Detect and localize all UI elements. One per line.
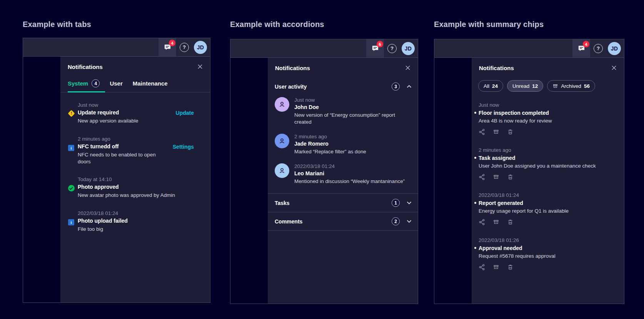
notification-list: ! Just now Update required New app versi…: [60, 92, 210, 233]
share-icon: [479, 174, 485, 180]
help-button[interactable]: ?: [384, 39, 400, 57]
tab-maintenance[interactable]: Maintenance: [133, 76, 178, 92]
tab-bar: System 4 User Maintenance: [60, 74, 210, 92]
accordion-header-tasks[interactable]: Tasks 1: [268, 194, 418, 212]
avatar[interactable]: JD: [194, 41, 207, 54]
archive-icon: [552, 83, 558, 89]
user-avatar-icon: [275, 97, 289, 112]
notification-time: 2022/03/18 01:24: [78, 210, 194, 216]
accordion-count-badge: 1: [392, 199, 400, 207]
accordion-header-user-activity[interactable]: User activity 3: [268, 77, 418, 96]
notification-count-badge: 4: [169, 40, 175, 46]
close-button[interactable]: [403, 63, 412, 72]
activity-item: Just now John Doe New version of “Energy…: [275, 97, 412, 126]
panel-title: Notifications: [68, 64, 103, 70]
notification-title: Photo upload failed: [78, 218, 194, 224]
share-button[interactable]: [479, 219, 485, 225]
notification-description: NFC needs to be enabled to open doors: [78, 151, 168, 165]
notification-time: 2 minutes ago: [479, 147, 618, 153]
item-actions: [479, 129, 618, 135]
delete-button[interactable]: [507, 174, 514, 180]
tab-system[interactable]: System 4: [68, 76, 110, 92]
archive-button[interactable]: [493, 174, 499, 180]
notification-item: Just now Floor inspection completed Area…: [479, 102, 618, 135]
notification-time: Just now: [78, 102, 194, 108]
notification-description: Area 4B is now ready for review: [479, 118, 618, 124]
help-button[interactable]: ?: [176, 38, 192, 56]
tab-user[interactable]: User: [110, 76, 132, 92]
app-topbar: 4 ? JD: [434, 39, 624, 58]
notification-item: i 2 minutes ago NFC turnedd off NFC need…: [68, 136, 194, 165]
app-topbar: 4 ? JD: [23, 38, 210, 57]
notifications-panel: Notifications User activity 3: [268, 58, 418, 304]
notifications-chat-button[interactable]: 6: [366, 39, 384, 57]
notification-description: New avatar photo was approved by Admin: [78, 192, 194, 199]
notifications-chat-button[interactable]: 4: [572, 39, 590, 57]
example-heading-chips: Example with summary chips: [434, 20, 544, 29]
delete-button[interactable]: [507, 264, 514, 270]
archive-icon: [493, 264, 499, 270]
user-avatar-icon: [275, 163, 289, 178]
app-topbar: 6 ? JD: [230, 39, 418, 58]
share-icon: [479, 129, 485, 135]
archive-button[interactable]: [493, 264, 499, 270]
close-button[interactable]: [195, 62, 205, 71]
notification-item: 2022/03/18 01:26 Approval needed Request…: [479, 237, 618, 270]
trash-icon: [507, 219, 514, 225]
activity-description: New version of “Energy consumption” repo…: [294, 112, 412, 126]
notification-time: 2022/03/18 01:26: [479, 237, 618, 243]
archive-icon: [493, 129, 499, 135]
share-button[interactable]: [479, 174, 485, 180]
chip-count: 56: [584, 83, 590, 89]
notifications-chat-button[interactable]: 4: [158, 38, 176, 56]
chevron-down-icon: [407, 220, 412, 223]
delete-button[interactable]: [507, 219, 514, 225]
activity-item: 2 minutes ago Jade Romero Marked “Replac…: [275, 134, 412, 155]
user-avatar-icon: [275, 134, 289, 148]
notifications-panel: Notifications All 24 Unread 12: [472, 58, 624, 304]
archive-icon: [493, 219, 499, 225]
activity-user-name: Leo Mariani: [294, 170, 412, 176]
chip-unread[interactable]: Unread 12: [507, 80, 543, 92]
share-button[interactable]: [479, 129, 485, 135]
accordion-section-comments: Comments 2: [268, 212, 418, 231]
notification-time: 2 minutes ago: [78, 136, 194, 142]
chip-label: All: [484, 83, 489, 89]
item-actions: [479, 174, 618, 180]
close-button[interactable]: [609, 63, 619, 72]
accordion-section-tasks: Tasks 1: [268, 193, 418, 212]
activity-description: Mentioned in discussion “Weekly mantanin…: [294, 178, 412, 185]
notification-description: Request #5678 requires approval: [479, 253, 618, 259]
help-icon: ?: [180, 43, 189, 52]
chip-all[interactable]: All 24: [478, 80, 503, 92]
activity-time: Just now: [294, 97, 412, 103]
delete-button[interactable]: [507, 129, 514, 135]
accordion-header-comments[interactable]: Comments 2: [268, 212, 418, 230]
notification-title: Update required: [78, 109, 171, 116]
help-button[interactable]: ?: [590, 39, 606, 57]
notification-title: NFC turnedd off: [78, 143, 168, 149]
accordion-label: Comments: [275, 218, 392, 225]
chevron-up-icon: [407, 85, 412, 88]
close-icon: [197, 64, 203, 69]
notifications-panel: Notifications System 4 User: [60, 57, 210, 302]
avatar[interactable]: JD: [608, 42, 621, 55]
notification-title: Photo approved: [78, 184, 194, 190]
example-heading-accordions: Example with accordions: [230, 20, 324, 29]
tab-label: User: [110, 80, 122, 87]
avatar[interactable]: JD: [402, 42, 415, 55]
close-icon: [611, 65, 617, 71]
settings-link[interactable]: Settings: [173, 143, 194, 150]
share-button[interactable]: [479, 264, 485, 270]
archive-button[interactable]: [493, 129, 499, 135]
notification-time: Today at 14:10: [78, 176, 194, 182]
chip-archived[interactable]: Archived 56: [547, 80, 595, 92]
chip-label: Archived: [561, 83, 581, 89]
update-link[interactable]: Update: [176, 109, 194, 116]
panel-title: Notifications: [479, 65, 514, 71]
archive-button[interactable]: [493, 219, 499, 225]
notification-item: 2022/03/18 01:24 Report generated Energy…: [479, 192, 618, 225]
window-accordions-example: 6 ? JD Notifications: [230, 39, 418, 304]
notification-description: Energy usage report for Q1 is available: [479, 208, 618, 214]
tab-label: Maintenance: [133, 80, 168, 87]
